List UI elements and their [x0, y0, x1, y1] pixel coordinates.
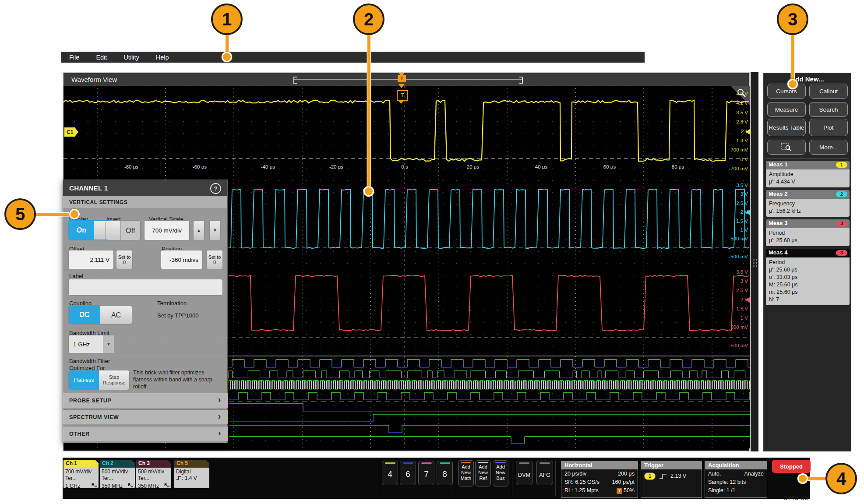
help-icon[interactable]: ?: [210, 183, 221, 194]
statusbar-separator: [379, 461, 379, 496]
measure-button[interactable]: Measure: [767, 102, 806, 117]
position-input[interactable]: -360 mdivs: [161, 250, 203, 269]
step-response-button[interactable]: Step Response: [99, 370, 129, 390]
channel-info-line: 500 mV/div: [138, 469, 169, 475]
stopped-button[interactable]: Stopped: [772, 460, 811, 473]
channel-info-line: Ter...: [138, 475, 169, 482]
menu-item-file[interactable]: File: [69, 54, 79, 61]
coupling-dc-button[interactable]: DC: [69, 306, 100, 324]
channel-button-8[interactable]: 8: [437, 461, 453, 485]
measurement-line: Period: [769, 229, 846, 237]
channel1-dialog: CHANNEL 1 ? VERTICAL SETTINGS Display On…: [63, 180, 228, 443]
horizontal-panel[interactable]: Horizontal 20 μs/div200 μs SR: 6.25 GS/s…: [561, 461, 638, 498]
dialog-title: CHANNEL 1: [69, 184, 108, 192]
ruler-left-bracket: [293, 77, 297, 84]
afg-button[interactable]: AFG: [536, 461, 553, 485]
corner-notch: [206, 460, 209, 463]
bandwidth-dropdown[interactable]: 1 GHz ▼: [68, 335, 114, 353]
acquisition-panel[interactable]: Acquisition Auto,Analyze Sample: 12 bits…: [705, 461, 767, 498]
add-button-line: Add: [496, 464, 505, 470]
label-input[interactable]: [68, 279, 223, 296]
bw-filter-segment[interactable]: Flatness Step Response: [68, 370, 130, 390]
channel-badge-body: 500 mV/divTer...350 MHzBw: [100, 468, 135, 488]
channel-badge-header: Ch 2: [100, 460, 135, 468]
trigger-panel[interactable]: Trigger 1 2.13 V: [641, 461, 702, 498]
add-new-ref-button[interactable]: AddNewRef: [475, 460, 491, 486]
label-label: Label: [69, 273, 83, 279]
callout-button[interactable]: Callout: [809, 84, 848, 99]
channel-info-line: 700 mV/div: [65, 469, 97, 475]
panel-splitter[interactable]: [751, 72, 758, 451]
waveform-view-tab[interactable]: Waveform View: [71, 76, 117, 83]
add-new-bus-button[interactable]: AddNewBus: [493, 460, 508, 486]
add-button-line: Bus: [497, 476, 505, 481]
measurement-card-4[interactable]: Meas 43Periodμ': 25.60 μsσ': 33.03 psM: …: [766, 249, 850, 305]
acq-single: Single: 1 /1: [705, 486, 767, 494]
cursors-button[interactable]: Cursors: [767, 84, 806, 99]
add-new-math-button[interactable]: AddNewMath: [458, 460, 474, 486]
acq-analyze: Analyze: [744, 470, 764, 478]
utility-stripe: [519, 462, 529, 464]
coupling-ac-button[interactable]: AC: [100, 306, 132, 324]
scale-down-button[interactable]: ▼: [209, 220, 221, 240]
search-button[interactable]: Search: [809, 102, 848, 117]
zoom-mode-button[interactable]: [767, 140, 806, 155]
acq-mode: Auto,: [708, 470, 721, 478]
figure-number: 3749-03: [784, 494, 808, 501]
channel-button-4[interactable]: 4: [382, 461, 398, 485]
menu-item-utility[interactable]: Utility: [123, 54, 139, 61]
other-accordion[interactable]: OTHER ›: [63, 426, 228, 441]
position-set-to-zero-button[interactable]: Set to 0: [206, 250, 223, 269]
channel-badge-ch2[interactable]: Ch 2500 mV/divTer...350 MHzBw: [100, 460, 135, 488]
measurement-source-badge: 2: [836, 191, 847, 197]
measurement-line: Period: [769, 259, 846, 266]
measurement-card-1[interactable]: Meas 11Amplitudeμ': 4.434 V: [766, 161, 850, 187]
zoom-overview-ruler[interactable]: [294, 79, 522, 80]
measurement-card-2[interactable]: Meas 22Frequencyμ': 156.2 kHz: [766, 190, 850, 217]
measurement-source-badge: 3: [836, 250, 847, 256]
measurement-line: m: 25.60 μs: [769, 289, 846, 296]
probe-setup-label: PROBE SETUP: [69, 398, 111, 404]
measurement-header: Meas 22: [766, 190, 850, 199]
channel-number: 4: [388, 464, 392, 485]
callout-line-3: [791, 35, 794, 85]
channel-button-6[interactable]: 6: [400, 461, 416, 485]
results-table-button[interactable]: Results Table: [767, 119, 806, 136]
scale-up-button[interactable]: ▲: [193, 220, 205, 240]
channel-info-line: Ter...: [102, 475, 133, 482]
flatness-button[interactable]: Flatness: [69, 370, 99, 390]
trigger-pos-readout: T50%: [617, 487, 635, 494]
measurement-card-3[interactable]: Meas 33Periodμ': 25.60 μs: [766, 219, 850, 246]
channel-badge-ch1[interactable]: Ch 1700 mV/divTer...1 GHzBw: [63, 460, 99, 488]
measurement-source-badge: 3: [836, 221, 847, 226]
channel-badge-ch5[interactable]: Ch 5Digital: 1.4 V: [174, 460, 209, 488]
measurement-body: Periodμ': 25.60 μsσ': 33.03 psM: 25.60 μ…: [766, 257, 850, 305]
more-button[interactable]: More...: [809, 140, 848, 155]
callout-dot-3: [787, 79, 798, 89]
sample-rate: SR: 6.25 GS/s: [564, 479, 600, 486]
offset-input[interactable]: 2.111 V: [68, 250, 114, 269]
vertical-settings-header: VERTICAL SETTINGS: [63, 196, 227, 209]
measurement-body: Frequencyμ': 156.2 kHz: [766, 199, 850, 217]
offset-set-to-zero-button[interactable]: Set to 0: [116, 250, 133, 269]
statusbar-separator: [454, 461, 454, 496]
horizontal-window: 200 μs: [618, 470, 635, 478]
spectrum-view-accordion[interactable]: SPECTRUM VIEW ›: [63, 409, 228, 424]
dialog-title-bar[interactable]: CHANNEL 1 ?: [63, 180, 227, 196]
menu-item-help[interactable]: Help: [156, 54, 169, 61]
chevron-right-icon: ›: [218, 411, 221, 421]
plot-button[interactable]: Plot: [809, 119, 848, 136]
splitter-grip-icon[interactable]: [753, 259, 755, 261]
menu-item-edit[interactable]: Edit: [96, 54, 107, 61]
probe-setup-accordion[interactable]: PROBE SETUP ›: [63, 393, 228, 408]
trace-ch-1: [63, 100, 749, 161]
channel-badge-ch3[interactable]: Ch 3500 mV/divTer...350 MHzBw: [136, 460, 171, 488]
channel-button-7[interactable]: 7: [418, 461, 434, 485]
vertical-scale-input[interactable]: 700 mV/div: [144, 220, 190, 240]
channel-info-line: 350 MHzBw: [102, 482, 133, 488]
measurement-line: μ': 4.434 V: [769, 178, 846, 186]
dvm-button[interactable]: DVM: [516, 461, 533, 485]
invert-toggle[interactable]: Off: [106, 220, 141, 240]
coupling-segment[interactable]: DC AC: [68, 305, 132, 324]
ruler-right-bracket: [519, 77, 523, 84]
